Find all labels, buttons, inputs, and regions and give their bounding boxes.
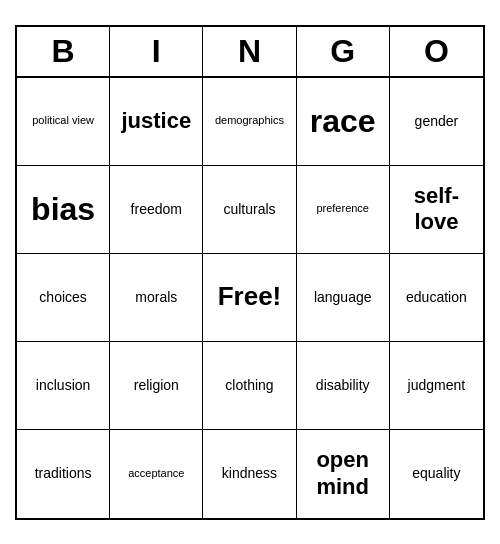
bingo-cell: religion: [110, 342, 203, 430]
bingo-grid: political viewjusticedemographicsracegen…: [17, 78, 483, 518]
bingo-cell: self-love: [390, 166, 483, 254]
bingo-cell: justice: [110, 78, 203, 166]
bingo-cell: equality: [390, 430, 483, 518]
header-letter-N: N: [203, 27, 296, 76]
bingo-cell: disability: [297, 342, 390, 430]
bingo-cell: education: [390, 254, 483, 342]
bingo-cell: demographics: [203, 78, 296, 166]
header-letter-B: B: [17, 27, 110, 76]
bingo-cell: kindness: [203, 430, 296, 518]
bingo-cell: culturals: [203, 166, 296, 254]
bingo-cell: traditions: [17, 430, 110, 518]
bingo-cell: freedom: [110, 166, 203, 254]
bingo-cell: acceptance: [110, 430, 203, 518]
bingo-cell: gender: [390, 78, 483, 166]
header-letter-O: O: [390, 27, 483, 76]
bingo-cell: judgment: [390, 342, 483, 430]
bingo-cell: inclusion: [17, 342, 110, 430]
header-letter-I: I: [110, 27, 203, 76]
bingo-card: BINGO political viewjusticedemographicsr…: [15, 25, 485, 520]
bingo-cell: political view: [17, 78, 110, 166]
bingo-cell: morals: [110, 254, 203, 342]
bingo-header: BINGO: [17, 27, 483, 78]
bingo-cell: clothing: [203, 342, 296, 430]
bingo-cell: preference: [297, 166, 390, 254]
bingo-cell: language: [297, 254, 390, 342]
bingo-cell: choices: [17, 254, 110, 342]
bingo-cell: open mind: [297, 430, 390, 518]
header-letter-G: G: [297, 27, 390, 76]
bingo-cell: bias: [17, 166, 110, 254]
bingo-cell: Free!: [203, 254, 296, 342]
bingo-cell: race: [297, 78, 390, 166]
